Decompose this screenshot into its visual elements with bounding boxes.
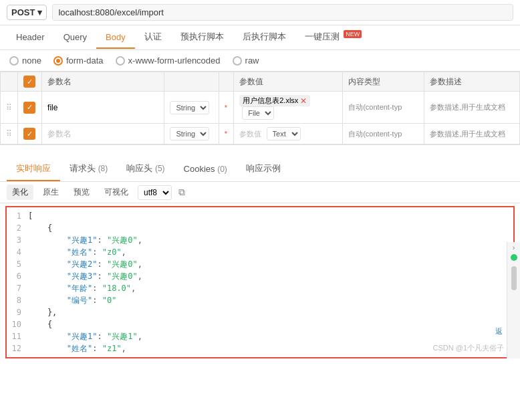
row1-desc: 参数描述,用于生成文档 xyxy=(424,92,520,124)
header-checkbox[interactable]: ✓ xyxy=(23,76,35,88)
line-content-1: [ xyxy=(25,210,513,222)
radio-form-data[interactable]: form-data xyxy=(53,56,104,66)
tab-body[interactable]: Body xyxy=(96,27,135,49)
row1-required: * xyxy=(219,92,233,124)
radio-raw-label: raw xyxy=(245,56,259,66)
tab-query[interactable]: Query xyxy=(54,27,96,49)
row1-file-tag: 用户信息表2.xlsx ✕ xyxy=(239,95,310,106)
code-line-4: 4 "姓名": "z0", xyxy=(7,246,513,258)
line-num-5: 5 xyxy=(7,258,25,270)
required-star-2: * xyxy=(225,130,227,138)
row2-check-icon: ✓ xyxy=(23,128,35,140)
radio-raw[interactable]: raw xyxy=(233,56,259,66)
row1-type[interactable]: String xyxy=(164,92,219,124)
encoding-select[interactable]: utf8 xyxy=(138,185,172,200)
scrollbar-thumb[interactable] xyxy=(511,266,517,290)
code-line-11: 11 "兴趣1": "兴趣1", xyxy=(7,330,513,342)
radio-urlencoded[interactable]: x-www-form-urlencoded xyxy=(116,56,221,66)
tab-pre-script[interactable]: 预执行脚本 xyxy=(171,25,233,49)
copy-icon[interactable]: ⧉ xyxy=(176,187,188,199)
col-required-header xyxy=(219,72,233,92)
right-scrollbar-panel: › xyxy=(507,242,520,358)
response-tab-request-headers[interactable]: 请求头 (8) xyxy=(60,157,117,181)
method-chevron: ▾ xyxy=(37,7,42,17)
row1-check-icon: ✓ xyxy=(23,102,35,114)
line-num-12: 12 xyxy=(7,342,25,354)
response-tab-realtime[interactable]: 实时响应 xyxy=(7,157,60,181)
col-name-header: 参数名 xyxy=(42,72,164,92)
radio-none-circle xyxy=(9,56,19,66)
radio-form-data-circle xyxy=(53,56,63,66)
code-line-10: 10 { xyxy=(7,318,513,330)
format-btn-preview[interactable]: 预览 xyxy=(68,185,95,200)
row1-content-type: 自动(content-typ xyxy=(343,92,424,124)
row2-type-select[interactable]: String xyxy=(170,127,209,140)
line-content-9: }, xyxy=(25,306,513,318)
new-badge: NEW xyxy=(344,30,362,38)
tab-perf-test[interactable]: 一键压测 NEW xyxy=(295,25,372,49)
row1-file-name: 用户信息表2.xlsx xyxy=(243,96,298,106)
response-tab-cookies[interactable]: Cookies (0) xyxy=(174,159,237,181)
line-num-4: 4 xyxy=(7,246,25,258)
main-nav-tabs: Header Query Body 认证 预执行脚本 后执行脚本 一键压测 NE… xyxy=(0,25,520,50)
radio-raw-circle xyxy=(233,56,242,66)
col-check-header: ✓ xyxy=(18,72,42,92)
tab-post-script[interactable]: 后执行脚本 xyxy=(233,25,295,49)
response-section: 实时响应 请求头 (8) 响应头 (5) Cookies (0) 响应示例 美化… xyxy=(0,157,520,358)
format-btn-beautify[interactable]: 美化 xyxy=(7,185,33,200)
row1-checkbox[interactable]: ✓ xyxy=(18,92,42,124)
line-num-8: 8 xyxy=(7,294,25,306)
response-tab-example[interactable]: 响应示例 xyxy=(237,157,290,181)
method-label: POST xyxy=(11,7,35,17)
col-value-header: 参数值 xyxy=(234,72,343,92)
radio-form-data-label: form-data xyxy=(66,56,104,66)
code-line-7: 7 "年龄": "18.0", xyxy=(7,282,513,294)
row2-required: * xyxy=(219,124,233,144)
code-line-3: 3 "兴趣1": "兴趣0", xyxy=(7,234,513,246)
chevron-right-icon[interactable]: › xyxy=(513,243,515,251)
line-content-8: "编号": "0" xyxy=(25,294,513,306)
line-content-6: "兴趣3": "兴趣0", xyxy=(25,270,513,282)
row2-checkbox[interactable]: ✓ xyxy=(18,124,42,144)
line-content-2: { xyxy=(25,222,513,234)
watermark: CSDN @1个凡夫俗子 xyxy=(432,343,504,353)
format-btn-visual[interactable]: 可视化 xyxy=(99,185,134,200)
drag-handle-2[interactable]: ⠿ xyxy=(1,124,18,144)
table-row: ⠿ ✓ file String * xyxy=(1,92,520,124)
format-btn-raw[interactable]: 原生 xyxy=(37,185,64,200)
radio-urlencoded-circle xyxy=(116,56,125,66)
row1-type-select[interactable]: String xyxy=(170,101,209,114)
row2-type[interactable]: String xyxy=(164,124,219,144)
row1-name[interactable]: file xyxy=(42,92,164,124)
line-num-9: 9 xyxy=(7,306,25,318)
row2-desc: 参数描述,用于生成文档 xyxy=(424,124,520,144)
col-content-header: 内容类型 xyxy=(343,72,424,92)
format-bar: 美化 原生 预览 可视化 utf8 ⧉ xyxy=(0,182,520,203)
col-type-header xyxy=(164,72,219,92)
radio-none[interactable]: none xyxy=(9,56,41,66)
row1-file-remove[interactable]: ✕ xyxy=(300,96,307,106)
method-dropdown[interactable]: POST ▾ xyxy=(7,5,47,20)
code-line-2: 2 { xyxy=(7,222,513,234)
response-tabs: 实时响应 请求头 (8) 响应头 (5) Cookies (0) 响应示例 xyxy=(0,157,520,182)
line-num-7: 7 xyxy=(7,282,25,294)
row2-value[interactable]: 参数值 Text xyxy=(234,124,343,144)
row2-name[interactable]: 参数名 xyxy=(42,124,164,144)
radio-none-label: none xyxy=(22,56,41,66)
drag-handle-1[interactable]: ⠿ xyxy=(1,92,18,124)
col-desc-header: 参数描述 xyxy=(424,72,520,92)
code-area: 1 [ 2 { 3 "兴趣1": "兴趣0", 4 "姓名" xyxy=(5,206,515,358)
tab-auth[interactable]: 认证 xyxy=(135,25,171,49)
row1-file-type-select[interactable]: File xyxy=(242,106,274,120)
radio-urlencoded-label: x-www-form-urlencoded xyxy=(128,56,221,66)
row2-file-type-select[interactable]: Text xyxy=(267,127,301,140)
row1-value[interactable]: 用户信息表2.xlsx ✕ File xyxy=(234,92,343,124)
line-num-1: 1 xyxy=(7,210,25,222)
tab-header[interactable]: Header xyxy=(7,27,54,49)
response-tab-response-headers[interactable]: 响应头 (5) xyxy=(117,157,174,181)
params-table-wrapper: ✓ 参数名 参数值 内容类型 参数描述 ⠿ ✓ xyxy=(0,72,520,145)
line-content-7: "年龄": "18.0", xyxy=(25,282,513,294)
line-content-10: { xyxy=(25,318,513,330)
url-input[interactable] xyxy=(52,4,513,21)
table-row: ⠿ ✓ 参数名 String * xyxy=(1,124,520,144)
